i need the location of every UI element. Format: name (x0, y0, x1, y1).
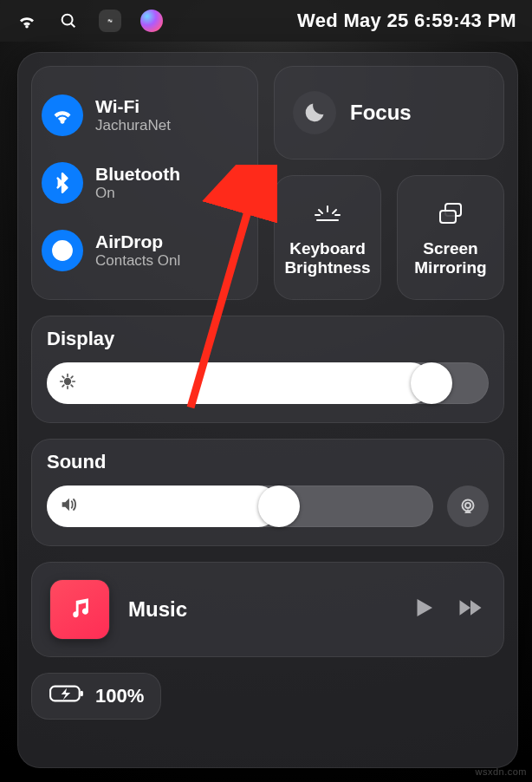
svg-point-3 (108, 20, 109, 21)
siri-icon[interactable] (140, 10, 163, 32)
svg-line-1 (71, 23, 75, 27)
airdrop-status: Contacts Onl (95, 252, 180, 270)
svg-line-22 (62, 376, 64, 378)
svg-rect-16 (440, 211, 456, 223)
play-button[interactable] (411, 595, 437, 624)
chevron-right-icon[interactable] (224, 173, 239, 192)
sound-title: Sound (47, 451, 489, 473)
battery-label: 100% (95, 685, 144, 707)
menubar-datetime[interactable]: Wed May 25 6:59:43 PM (297, 10, 516, 32)
bluetooth-row[interactable]: Bluetooth On (42, 162, 248, 204)
airdrop-label: AirDrop (95, 231, 180, 252)
airplay-audio-button[interactable] (447, 485, 489, 527)
brightness-icon (59, 373, 76, 394)
display-slider[interactable] (47, 362, 489, 404)
svg-line-11 (319, 210, 322, 213)
volume-icon (59, 495, 78, 518)
bluetooth-icon[interactable] (42, 162, 83, 204)
svg-line-25 (71, 376, 73, 378)
control-center-icon[interactable] (99, 10, 121, 32)
connectivity-tile: Wi-Fi JachuraNet Bluetooth On (31, 66, 258, 300)
sound-tile: Sound (31, 439, 504, 546)
search-icon[interactable] (57, 10, 80, 32)
display-tile: Display (31, 316, 504, 423)
svg-point-26 (465, 503, 470, 508)
wifi-label: Wi-Fi (95, 96, 171, 117)
focus-label: Focus (350, 101, 412, 125)
wifi-status: JachuraNet (95, 117, 171, 134)
svg-point-8 (53, 241, 72, 260)
forward-button[interactable] (456, 595, 485, 624)
keyboard-brightness-tile[interactable]: KeyboardBrightness (274, 175, 381, 300)
bluetooth-label: Bluetooth (95, 164, 180, 185)
svg-line-23 (71, 385, 73, 387)
sound-slider[interactable] (47, 485, 433, 527)
svg-point-5 (110, 21, 111, 22)
right-column: Focus KeyboardBrightness ScreenMirroring (274, 66, 504, 300)
svg-line-12 (333, 210, 336, 213)
wifi-icon[interactable] (16, 10, 38, 32)
screen-mirroring-tile[interactable]: ScreenMirroring (397, 175, 504, 300)
control-center-panel: Wi-Fi JachuraNet Bluetooth On (17, 52, 518, 768)
battery-charging-icon (49, 683, 85, 709)
svg-rect-29 (81, 691, 83, 696)
watermark: wsxdn.com (475, 766, 527, 777)
row-top: Wi-Fi JachuraNet Bluetooth On (31, 66, 504, 300)
wifi-row[interactable]: Wi-Fi JachuraNet (42, 94, 248, 136)
focus-tile[interactable]: Focus (274, 66, 504, 160)
display-title: Display (47, 328, 489, 350)
bluetooth-status: On (95, 185, 180, 202)
svg-point-0 (62, 15, 73, 25)
svg-line-24 (62, 385, 64, 387)
music-label: Music (128, 597, 392, 622)
wifi-icon[interactable] (42, 94, 83, 136)
battery-tile[interactable]: 100% (31, 673, 161, 720)
airdrop-icon[interactable] (42, 230, 83, 271)
music-tile[interactable]: Music (31, 562, 504, 657)
keyboard-brightness-label: KeyboardBrightness (284, 239, 370, 277)
svg-point-17 (65, 379, 71, 385)
menubar: Wed May 25 6:59:43 PM (0, 0, 532, 42)
moon-icon (293, 91, 336, 134)
airdrop-row[interactable]: AirDrop Contacts Onl (42, 230, 248, 271)
screen-mirroring-label: ScreenMirroring (414, 239, 486, 277)
music-artwork (50, 580, 109, 639)
